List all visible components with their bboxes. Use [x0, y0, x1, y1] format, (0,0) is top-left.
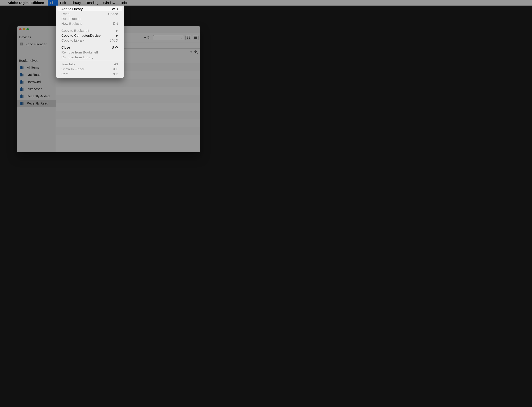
- submenu-arrow-icon: ▶: [116, 34, 118, 37]
- menu-item-print: Print... ⌘P: [56, 71, 124, 77]
- menu-item-read-recent: Read Recent: [56, 16, 124, 21]
- menu-item-label: Close: [61, 46, 70, 49]
- menu-item-label: New Bookshelf: [61, 22, 84, 26]
- file-menu-dropdown: Add to Library ⌘O Read Space Read Recent…: [56, 6, 124, 78]
- menu-item-copy-to-computer-device[interactable]: Copy to Computer/Device ▶: [56, 33, 124, 38]
- menu-item-add-to-library[interactable]: Add to Library ⌘O: [57, 7, 122, 11]
- menu-item-copy-to-library: Copy to Library ⇧⌘O: [56, 38, 124, 43]
- menu-item-new-bookshelf: New Bookshelf ⌘N: [56, 21, 124, 26]
- menu-item-shortcut: ⌘I: [114, 62, 118, 66]
- menu-item-label: Show In Finder: [61, 67, 84, 71]
- menu-item-close[interactable]: Close ⌘W: [56, 45, 124, 50]
- menu-item-shortcut: ⌘E: [113, 67, 118, 71]
- menu-item-label: Copy to Computer/Device: [61, 34, 101, 38]
- menu-item-label: Read Recent: [61, 17, 81, 21]
- desktop: Adobe Digital Editions File Edit Library…: [0, 0, 532, 407]
- menu-item-shortcut: ⌘W: [112, 46, 118, 49]
- menu-item-shortcut: ⌘P: [113, 72, 118, 76]
- menu-item-remove-from-library: Remove from Library: [56, 55, 124, 60]
- menu-item-shortcut: Space: [108, 12, 118, 16]
- menu-item-label: Read: [61, 12, 70, 16]
- menu-item-label: Remove from Bookshelf: [61, 50, 98, 54]
- menu-item-read: Read Space: [56, 11, 124, 16]
- menu-item-shortcut: ⌘O: [112, 7, 118, 11]
- menu-item-shortcut: ⌘N: [112, 22, 118, 26]
- menu-item-label: Add to Library: [61, 7, 83, 11]
- menu-separator: [56, 61, 124, 61]
- menu-item-item-info: Item Info ⌘I: [56, 62, 124, 67]
- menu-item-label: Copy to Bookshelf: [61, 29, 89, 33]
- menu-item-remove-from-bookshelf: Remove from Bookshelf: [56, 50, 124, 55]
- menu-item-show-in-finder: Show In Finder ⌘E: [56, 67, 124, 71]
- menu-item-copy-to-bookshelf: Copy to Bookshelf ▶: [56, 28, 124, 33]
- menu-item-label: Item Info: [61, 62, 75, 66]
- menu-separator: [56, 44, 124, 44]
- submenu-arrow-icon: ▶: [116, 29, 118, 32]
- menu-item-label: Print...: [61, 72, 71, 76]
- menu-item-label: Copy to Library: [61, 39, 85, 42]
- menu-item-shortcut: ⇧⌘O: [109, 39, 118, 42]
- menu-item-label: Remove from Library: [61, 55, 93, 59]
